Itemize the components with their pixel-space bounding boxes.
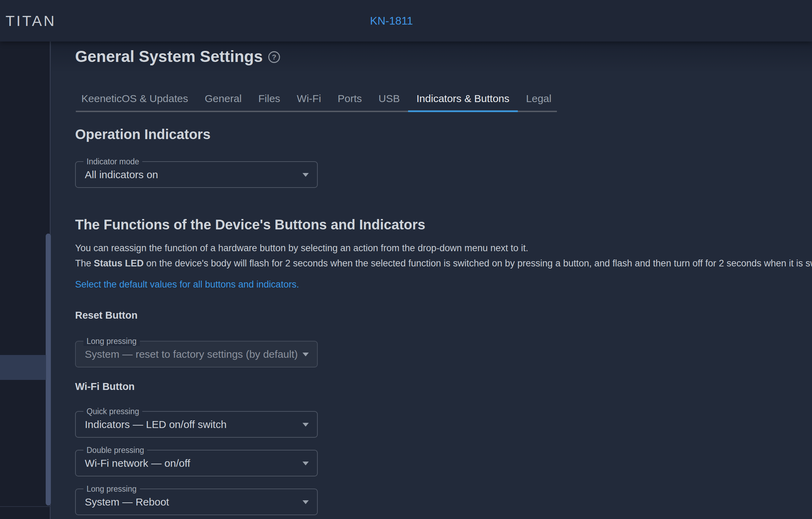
caret-down-icon [303, 500, 309, 504]
status-led-bold: Status LED [94, 258, 144, 268]
sidebar-item-active[interactable] [0, 355, 46, 380]
tab-keeneticos-updates[interactable]: KeeneticOS & Updates [76, 91, 197, 106]
help-icon[interactable]: ? [268, 51, 280, 63]
main-content: General System Settings ? KeeneticOS & U… [51, 42, 812, 519]
functions-heading: The Functions of the Device's Buttons an… [75, 217, 425, 233]
wifi-double-pressing-value: Wi-Fi network — on/off [85, 450, 190, 476]
caret-down-icon [303, 353, 309, 356]
tab-indicators-buttons[interactable]: Indicators & Buttons [408, 91, 517, 106]
tab-general[interactable]: General [197, 91, 250, 106]
reset-long-pressing-select: Long pressing System — reset to factory … [75, 341, 318, 367]
reset-button-heading: Reset Button [75, 308, 137, 322]
tab-legal[interactable]: Legal [518, 91, 557, 106]
functions-description-line1: You can reassign the function of a hardw… [75, 240, 812, 256]
page-title: General System Settings ? [75, 47, 280, 66]
functions-description: You can reassign the function of a hardw… [75, 240, 812, 271]
wifi-long-pressing-select[interactable]: Long pressing System — Reboot [75, 489, 318, 515]
wifi-double-pressing-select[interactable]: Double pressing Wi-Fi network — on/off [75, 450, 318, 476]
sidebar-scrollbar-thumb[interactable] [46, 234, 51, 506]
header-bar: TITAN KN-1811 [0, 0, 812, 42]
wifi-long-pressing-value: System — Reboot [85, 489, 169, 515]
tabs: KeeneticOS & UpdatesGeneralFilesWi-FiPor… [76, 91, 557, 112]
sidebar-divider [0, 506, 51, 507]
wifi-quick-pressing-value: Indicators — LED on/off switch [85, 412, 227, 437]
brand-logo[interactable]: TITAN [6, 12, 56, 29]
tab-files[interactable]: Files [250, 91, 288, 106]
tab-ports[interactable]: Ports [330, 91, 370, 106]
wifi-quick-pressing-select[interactable]: Quick pressing Indicators — LED on/off s… [75, 411, 318, 438]
page-title-text: General System Settings [75, 47, 263, 66]
sidebar [0, 42, 51, 519]
tab-usb[interactable]: USB [370, 91, 408, 106]
tab-wi-fi[interactable]: Wi-Fi [289, 91, 330, 106]
caret-down-icon [303, 423, 309, 427]
operation-indicators-heading: Operation Indicators [75, 126, 210, 142]
device-model-label: KN-1811 [370, 15, 413, 27]
select-defaults-link[interactable]: Select the default values for all button… [75, 277, 299, 291]
indicator-mode-select[interactable]: Indicator mode All indicators on [75, 161, 318, 188]
caret-down-icon [303, 173, 309, 177]
caret-down-icon [303, 462, 309, 465]
wifi-button-heading: Wi-Fi Button [75, 379, 135, 394]
functions-description-line2: The Status LED on the device's body will… [75, 256, 812, 271]
reset-long-pressing-value: System — reset to factory settings (by d… [85, 342, 298, 367]
indicator-mode-value: All indicators on [85, 162, 158, 187]
